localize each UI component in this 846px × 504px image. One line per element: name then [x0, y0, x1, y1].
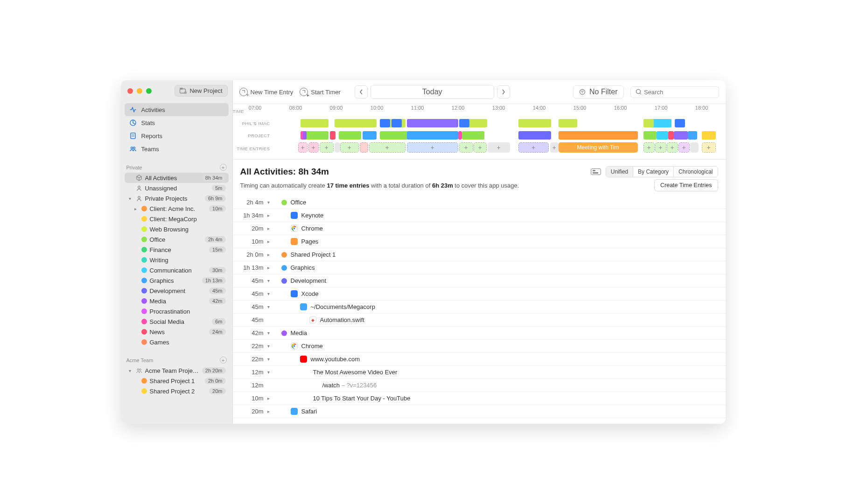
tree-item[interactable]: Social Media6m — [125, 316, 229, 327]
app-usage-block[interactable] — [407, 119, 458, 127]
tree-item[interactable]: ▾Private Projects6h 9m — [125, 193, 229, 203]
activity-row[interactable]: 1h 13m▸Graphics — [233, 261, 726, 274]
date-range-button[interactable]: Today — [371, 85, 494, 99]
suggested-entry-block[interactable]: + — [459, 142, 473, 153]
app-usage-block[interactable] — [643, 119, 654, 127]
disclosure-triangle[interactable]: ▸ — [133, 206, 139, 211]
app-usage-block[interactable] — [380, 119, 390, 127]
project-block[interactable] — [702, 131, 716, 140]
activity-row[interactable]: 22m▾Chrome — [233, 340, 726, 353]
suggested-entry-block[interactable] — [335, 142, 340, 153]
disclosure-triangle[interactable]: ▾ — [127, 368, 133, 373]
activity-row[interactable]: 42m▾Media — [233, 327, 726, 340]
seg-by-category[interactable]: By Category — [633, 167, 674, 177]
disclosure-triangle[interactable]: ▸ — [266, 239, 272, 244]
timeline-entries-track[interactable]: +++++++++++Meeting with Tim+++++ — [275, 141, 726, 155]
start-timer-button[interactable]: ▸ Start Timer — [300, 88, 341, 96]
suggested-entry-block[interactable] — [360, 142, 368, 153]
minimize-window-button[interactable] — [137, 88, 142, 94]
activity-row[interactable]: 12m▾The Most Awesome Video Ever — [233, 366, 726, 379]
disclosure-triangle[interactable]: ▸ — [266, 213, 272, 218]
activity-row[interactable]: 10m▸10 Tips To Start Your Day - YouTube — [233, 392, 726, 405]
project-block[interactable] — [303, 131, 307, 140]
tree-item[interactable]: Unassigned5m — [125, 183, 229, 193]
view-density-icon[interactable] — [591, 168, 601, 175]
activity-row[interactable]: 45m▸◆Automation.swift — [233, 314, 726, 327]
add-team-project-button[interactable]: + — [220, 357, 227, 364]
search-field[interactable] — [630, 86, 719, 98]
suggested-entry-block[interactable]: + — [407, 142, 458, 153]
project-block[interactable] — [380, 131, 408, 140]
tree-item[interactable]: Shared Project 12h 0m — [125, 376, 229, 386]
tree-item[interactable]: Games — [125, 337, 229, 347]
activity-row[interactable]: 45m▾Xcode — [233, 287, 726, 301]
disclosure-triangle[interactable]: ▾ — [266, 278, 272, 283]
suggested-entry-block[interactable]: + — [308, 142, 319, 153]
activity-row[interactable]: 1h 34m▸Keynote — [233, 209, 726, 222]
tree-item[interactable]: ▸Client: Acme Inc.10m — [125, 203, 229, 214]
activity-row[interactable]: 20m▸Safari — [233, 405, 726, 418]
disclosure-triangle[interactable]: ▸ — [266, 252, 272, 257]
filter-button[interactable]: No Filter — [573, 85, 623, 98]
nav-activities[interactable]: Activities — [125, 103, 229, 116]
app-usage-block[interactable] — [459, 119, 469, 127]
tree-item[interactable]: All Activities8h 34m — [125, 173, 229, 183]
time-entry-block[interactable]: Meeting with Tim — [559, 142, 638, 153]
suggested-entry-block[interactable]: + — [340, 142, 359, 153]
project-block[interactable] — [657, 131, 668, 140]
tree-item[interactable]: Web Browsing — [125, 224, 229, 234]
suggested-entry-block[interactable] — [690, 142, 699, 153]
project-block[interactable] — [674, 131, 688, 140]
close-window-button[interactable] — [127, 88, 133, 94]
activity-row[interactable]: 2h 0m▸Shared Project 1 — [233, 248, 726, 261]
tree-item[interactable]: Graphics1h 13m — [125, 275, 229, 286]
tree-item[interactable]: Writing — [125, 255, 229, 265]
project-block[interactable] — [330, 131, 336, 140]
app-usage-block[interactable] — [559, 119, 577, 127]
suggested-entry-block[interactable]: + — [298, 142, 308, 153]
project-block[interactable] — [339, 131, 361, 140]
app-usage-block[interactable] — [301, 119, 329, 127]
activity-row[interactable]: 22m▾www.youtube.com — [233, 353, 726, 366]
disclosure-triangle[interactable]: ▾ — [266, 291, 272, 296]
activity-row[interactable]: 10m▸Pages — [233, 235, 726, 248]
project-block[interactable] — [668, 131, 674, 140]
suggested-entry-block[interactable]: + — [488, 142, 510, 153]
tree-item[interactable]: ▾Acme Team Projects2h 20m — [125, 365, 229, 376]
suggested-entry-block[interactable]: + — [702, 142, 716, 153]
project-block[interactable] — [305, 131, 329, 140]
search-input[interactable] — [644, 89, 714, 96]
suggested-entry-block[interactable]: + — [320, 142, 334, 153]
app-usage-block[interactable] — [392, 119, 402, 127]
disclosure-triangle[interactable]: ▾ — [266, 304, 272, 309]
suggested-entry-block[interactable]: + — [369, 142, 406, 153]
seg-unified[interactable]: Unified — [606, 167, 633, 177]
tree-item[interactable]: Finance15m — [125, 245, 229, 255]
suggested-entry-block[interactable]: + — [678, 142, 690, 153]
project-block[interactable] — [559, 131, 638, 140]
zoom-window-button[interactable] — [146, 88, 152, 94]
project-block[interactable] — [518, 131, 551, 140]
suggested-entry-block[interactable]: + — [667, 142, 678, 153]
disclosure-triangle[interactable]: ▸ — [266, 409, 272, 414]
tree-item[interactable]: Procrastination — [125, 306, 229, 316]
tree-item[interactable]: Shared Project 220m — [125, 386, 229, 396]
tree-item[interactable]: Media42m — [125, 296, 229, 306]
nav-reports[interactable]: Reports — [125, 129, 229, 142]
app-usage-block[interactable] — [335, 119, 377, 127]
disclosure-triangle[interactable]: ▾ — [266, 343, 272, 349]
suggested-entry-block[interactable]: + — [643, 142, 655, 153]
create-time-entries-button[interactable]: Create Time Entries — [654, 179, 718, 191]
disclosure-triangle[interactable]: ▾ — [266, 357, 272, 362]
tree-item[interactable]: Client: MegaCorp — [125, 214, 229, 224]
suggested-entry-block[interactable]: + — [655, 142, 666, 153]
activity-row[interactable]: 2h 4m▾Office — [233, 196, 726, 209]
seg-chronological[interactable]: Chronological — [674, 167, 717, 177]
disclosure-triangle[interactable]: ▸ — [266, 396, 272, 401]
tree-item[interactable]: Office2h 4m — [125, 234, 229, 245]
prev-day-button[interactable] — [355, 85, 368, 98]
disclosure-triangle[interactable]: ▾ — [266, 200, 272, 205]
project-block[interactable] — [458, 131, 462, 140]
new-time-entry-button[interactable]: + New Time Entry — [239, 88, 294, 96]
tree-item[interactable]: News24m — [125, 327, 229, 337]
